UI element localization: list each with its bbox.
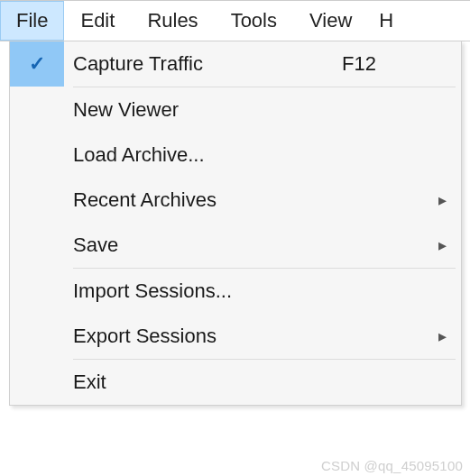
- menu-item-label: Capture Traffic: [64, 52, 342, 76]
- check-icon: ✓: [10, 41, 64, 87]
- menubar-item-help[interactable]: H: [368, 1, 393, 41]
- menu-item-import-sessions[interactable]: Import Sessions...: [10, 269, 461, 314]
- menu-item-label: New Viewer: [64, 98, 342, 122]
- menu-item-export-sessions[interactable]: Export Sessions ▸: [10, 314, 461, 359]
- menubar-label: H: [379, 9, 393, 32]
- menubar-label: File: [16, 9, 48, 32]
- menubar-item-edit[interactable]: Edit: [64, 1, 131, 41]
- menubar-label: View: [309, 9, 352, 32]
- menubar-item-tools[interactable]: Tools: [215, 1, 293, 41]
- chevron-right-icon: ▸: [423, 326, 461, 346]
- menu-item-label: Exit: [64, 371, 342, 394]
- menu-item-save[interactable]: Save ▸: [10, 223, 461, 268]
- menubar-item-view[interactable]: View: [293, 1, 368, 41]
- menu-item-label: Recent Archives: [64, 188, 342, 212]
- menu-item-label: Import Sessions...: [64, 279, 342, 303]
- menubar-label: Rules: [147, 9, 198, 32]
- chevron-right-icon: ▸: [423, 190, 461, 210]
- menubar-label: Edit: [80, 9, 115, 32]
- menu-item-load-archive[interactable]: Load Archive...: [10, 133, 461, 178]
- menu-item-label: Save: [64, 233, 342, 257]
- file-menu-dropdown: ✓ Capture Traffic F12 New Viewer Load Ar…: [9, 41, 462, 406]
- menubar-label: Tools: [231, 9, 277, 32]
- chevron-right-icon: ▸: [423, 235, 461, 255]
- menu-item-exit[interactable]: Exit: [10, 360, 461, 405]
- menu-item-label: Export Sessions: [64, 325, 342, 348]
- app-window: File Edit Rules Tools View H ✓ Capture T…: [0, 0, 470, 476]
- menubar: File Edit Rules Tools View H: [0, 1, 470, 41]
- menu-item-accel: F12: [342, 52, 423, 76]
- watermark-text: CSDN @qq_45095100: [321, 458, 463, 473]
- menu-item-label: Load Archive...: [64, 143, 342, 167]
- menu-item-capture-traffic[interactable]: ✓ Capture Traffic F12: [10, 41, 461, 87]
- menu-item-new-viewer[interactable]: New Viewer: [10, 87, 461, 133]
- menu-item-recent-archives[interactable]: Recent Archives ▸: [10, 178, 461, 223]
- menubar-item-file[interactable]: File: [0, 1, 64, 41]
- menubar-item-rules[interactable]: Rules: [131, 1, 214, 41]
